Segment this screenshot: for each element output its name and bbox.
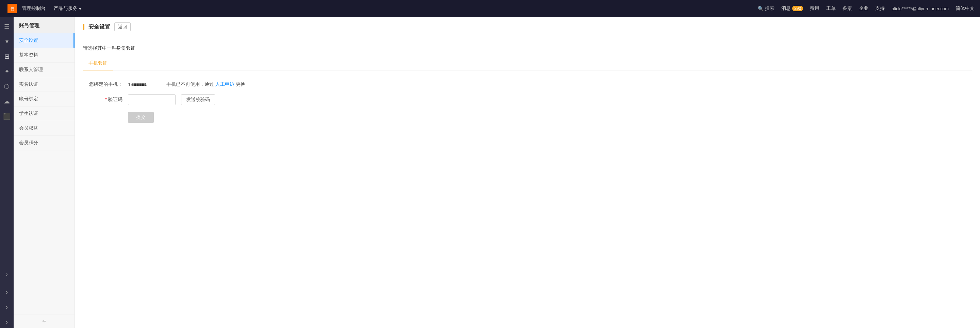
sidebar-item-binding-label: 账号绑定	[19, 96, 38, 101]
phone-note-text2: 更换	[236, 81, 245, 87]
sidebar-item-profile[interactable]: 基本资料	[14, 48, 75, 63]
sidebar-item-contacts[interactable]: 联系人管理	[14, 63, 75, 77]
sidebar-item-binding[interactable]: 账号绑定	[14, 92, 75, 107]
top-navigation: 云 管理控制台 产品与服务 ▾ 🔍 搜索 消息 290 费用 工单 备案 企业 …	[0, 0, 980, 17]
main-layout: ☰ ▾ ⊞ ✦ ⬡ ☁ ⬛ › › › › 账号管理 安全设置 基本资料 联系人…	[0, 17, 980, 328]
user-email[interactable]: aliclo******@aliyun-inner.com	[891, 6, 949, 11]
stack-icon[interactable]: ⬛	[1, 110, 13, 123]
product-services-arrow: ▾	[79, 6, 81, 11]
sidebar-item-membership-label: 会员权益	[19, 125, 38, 131]
verification-tabs: 手机验证	[83, 57, 972, 70]
phone-row: 您绑定的手机： 18■■■■6 手机已不再使用，通过 人工申诉 更换	[89, 81, 966, 88]
sidebar-collapse-button[interactable]: ⇋	[14, 314, 75, 328]
extra-icon-3[interactable]: ›	[1, 316, 13, 328]
extra-icon-2[interactable]: ›	[1, 301, 13, 313]
sidebar-item-security[interactable]: 安全设置	[14, 33, 75, 48]
extra-icon-1[interactable]: ›	[1, 286, 13, 298]
sidebar-item-points-label: 会员积分	[19, 140, 38, 145]
expand-icon[interactable]: ▾	[1, 35, 13, 48]
sidebar-item-points[interactable]: 会员积分	[14, 136, 75, 150]
product-services-label: 产品与服务	[54, 5, 78, 11]
support-button[interactable]: 支持	[875, 5, 885, 11]
messages-button[interactable]: 消息 290	[781, 5, 803, 11]
sidebar-item-realname-label: 实名认证	[19, 81, 38, 87]
content-area: 请选择其中一种身份验证 手机验证 您绑定的手机： 18■■■■6 手机已不再使用…	[75, 37, 980, 138]
cost-button[interactable]: 费用	[810, 5, 819, 11]
page-header: 安全设置 返回	[75, 17, 980, 37]
enterprise-button[interactable]: 企业	[859, 5, 869, 11]
messages-badge: 290	[792, 6, 803, 11]
content-description: 请选择其中一种身份验证	[83, 45, 972, 51]
sidebar-item-contacts-label: 联系人管理	[19, 67, 43, 72]
header-accent-bar	[83, 24, 84, 30]
captcha-row: 验证码 发送校验码	[89, 94, 966, 105]
submit-row: 提交	[89, 112, 966, 123]
sidebar-item-realname[interactable]: 实名认证	[14, 77, 75, 92]
captcha-label: 验证码	[89, 97, 123, 103]
appeal-link[interactable]: 人工申诉	[215, 81, 234, 87]
search-label: 搜索	[765, 5, 775, 11]
collapse-icon[interactable]: ›	[1, 268, 13, 280]
search-button[interactable]: 🔍 搜索	[758, 5, 775, 11]
logo[interactable]: 云	[5, 2, 19, 15]
verification-form: 您绑定的手机： 18■■■■6 手机已不再使用，通过 人工申诉 更换 验证码 发…	[83, 81, 972, 123]
send-code-button[interactable]: 发送校验码	[181, 94, 215, 105]
sidebar-item-student[interactable]: 学生认证	[14, 107, 75, 121]
record-button[interactable]: 备案	[843, 5, 852, 11]
product-services-menu[interactable]: 产品与服务 ▾	[54, 5, 81, 11]
submit-button[interactable]: 提交	[128, 112, 154, 123]
svg-text:云: 云	[11, 7, 14, 11]
dashboard-icon[interactable]: ⊞	[1, 50, 13, 63]
captcha-input[interactable]	[128, 94, 176, 105]
search-icon: 🔍	[758, 6, 764, 11]
network-icon[interactable]: ⬡	[1, 80, 13, 92]
account-sidebar: 账号管理 安全设置 基本资料 联系人管理 实名认证 账号绑定 学生认证 会员权益…	[14, 17, 75, 328]
cloud-icon[interactable]: ☁	[1, 95, 13, 108]
ticket-button[interactable]: 工单	[826, 5, 836, 11]
console-title: 管理控制台	[22, 5, 46, 11]
tab-phone-verification[interactable]: 手机验证	[83, 57, 113, 70]
puzzle-icon[interactable]: ✦	[1, 65, 13, 78]
sidebar-item-security-label: 安全设置	[19, 37, 38, 43]
phone-note-text: 手机已不再使用，通过	[166, 81, 214, 87]
main-content: 安全设置 返回 请选择其中一种身份验证 手机验证 您绑定的手机： 18■■■■6…	[75, 17, 980, 328]
sidebar-header: 账号管理	[14, 17, 75, 33]
phone-field-label: 您绑定的手机：	[89, 81, 123, 88]
menu-toggle-icon[interactable]: ☰	[1, 21, 13, 33]
sidebar-item-membership[interactable]: 会员权益	[14, 121, 75, 136]
sidebar-item-student-label: 学生认证	[19, 111, 38, 116]
back-button[interactable]: 返回	[115, 22, 130, 31]
language-selector[interactable]: 简体中文	[956, 5, 975, 11]
sidebar-collapse-icon: ⇋	[42, 318, 46, 324]
phone-note: 手机已不再使用，通过 人工申诉 更换	[166, 81, 245, 88]
messages-label: 消息	[781, 5, 791, 11]
sidebar-item-profile-label: 基本资料	[19, 52, 38, 57]
tab-phone-label: 手机验证	[89, 60, 108, 66]
sidebar-icons: ☰ ▾ ⊞ ✦ ⬡ ☁ ⬛ › › › ›	[0, 17, 14, 328]
page-title: 安全设置	[89, 24, 110, 30]
phone-value: 18■■■■6	[128, 82, 147, 87]
